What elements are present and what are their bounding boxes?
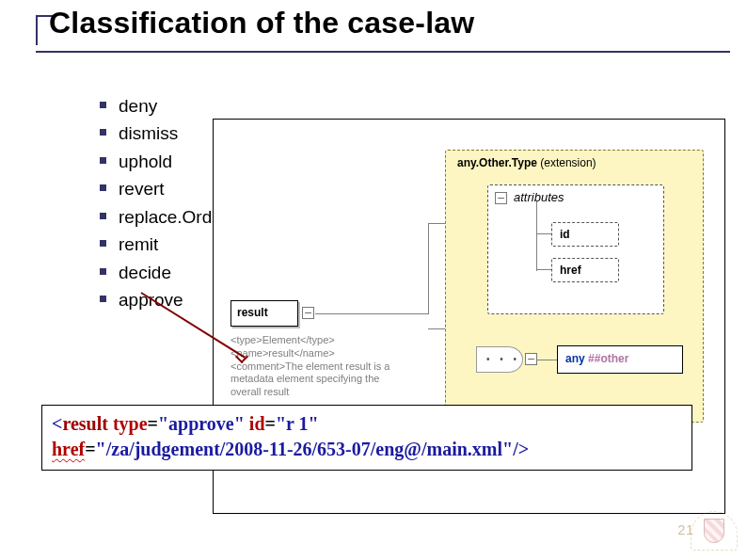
code-attr-value: "r 1" <box>276 413 319 434</box>
code-element-name: result <box>62 413 108 434</box>
list-item: uphold <box>100 148 228 175</box>
connector-line <box>428 223 429 314</box>
attributes-label: attributes <box>514 190 564 204</box>
any-element-node: any ##other <box>557 345 683 374</box>
result-element-node: result <box>230 300 298 327</box>
list-item: decide <box>100 259 228 286</box>
any-namespace: ##other <box>588 352 628 365</box>
any-keyword: any <box>565 352 585 365</box>
connector-line <box>428 223 445 224</box>
extension-title-suffix: (extension) <box>537 156 596 169</box>
extension-box: any.Other.Type (extension) – attributes … <box>445 150 704 423</box>
code-bracket: /> <box>513 439 529 459</box>
watermark-crest <box>687 511 741 556</box>
attribute-href-node: href <box>551 258 619 282</box>
bullet-list: deny dismiss uphold revert replace.Order… <box>62 92 228 314</box>
xml-code-example: <result type="approve" id="r 1" href="/z… <box>41 405 692 471</box>
code-attr-name: href <box>52 439 85 459</box>
code-bracket: < <box>52 413 62 434</box>
collapse-icon: – <box>302 307 314 319</box>
connector-line <box>536 360 557 360</box>
sequence-node: • • • <box>476 346 523 373</box>
collapse-icon: – <box>495 192 507 204</box>
list-item: dismiss <box>100 120 228 147</box>
title-underline <box>36 51 730 53</box>
list-item: replace.Order <box>100 203 228 231</box>
code-attr-value: "/za/judgement/2008-11-26/653-07/eng@/ma… <box>96 439 514 459</box>
extension-title: any.Other.Type (extension) <box>457 156 596 169</box>
list-item: approve <box>100 286 228 313</box>
attribute-id-node: id <box>551 222 619 247</box>
list-item: revert <box>100 175 228 202</box>
slide-title: Classification of the case-law <box>49 6 474 40</box>
connector-line <box>536 201 537 271</box>
result-comment-text: <type>Element</type> <name>result</name>… <box>230 334 400 399</box>
extension-title-name: any.Other.Type <box>457 156 537 169</box>
list-item: deny <box>100 92 228 120</box>
list-item: remit <box>100 231 228 258</box>
code-attr-name: id <box>249 413 265 434</box>
code-attr-value: "approve" <box>158 413 245 434</box>
connector-line <box>536 233 551 234</box>
connector-line <box>315 313 428 314</box>
code-attr-name: type <box>113 413 148 434</box>
connector-line <box>536 269 551 270</box>
